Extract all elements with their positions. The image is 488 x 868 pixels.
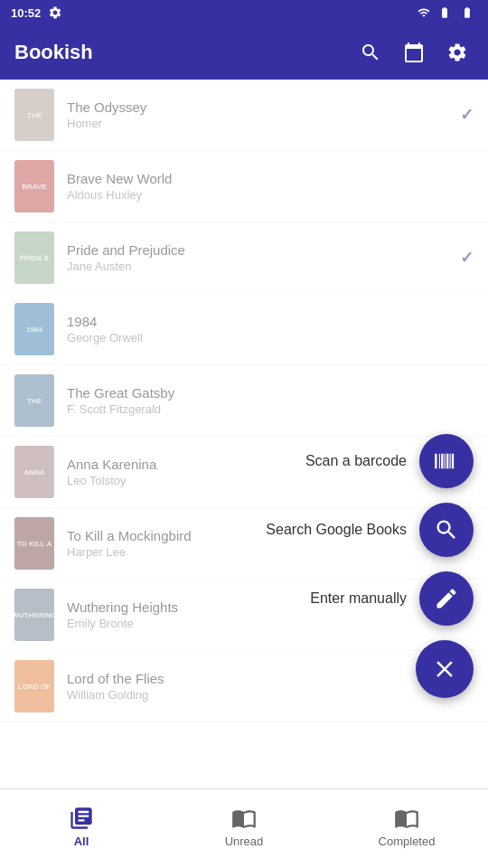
book-cover: WUTHERING — [14, 589, 54, 641]
completed-check-icon: ✓ — [460, 105, 474, 125]
book-title: Brave New World — [67, 171, 474, 186]
nav-all-label: All — [74, 835, 89, 848]
app-bar: Bookish — [0, 25, 488, 80]
manual-fab-row: Enter manually — [310, 571, 474, 626]
signal-icon — [437, 6, 452, 19]
book-info: The Great GatsbyF. Scott Fitzgerald — [67, 385, 474, 416]
scan-barcode-button[interactable] — [419, 434, 474, 488]
book-item[interactable]: THEThe Great GatsbyF. Scott Fitzgerald — [0, 365, 488, 437]
nav-completed-label: Completed — [379, 835, 436, 848]
book-info: 1984George Orwell — [67, 314, 474, 344]
search-google-label: Search Google Books — [266, 522, 407, 538]
book-list-area: THEThe OdysseyHomer✓BRAVEBrave New World… — [0, 80, 488, 788]
book-title: The Odyssey — [67, 99, 460, 115]
book-completed-icon — [394, 806, 419, 831]
book-item[interactable]: THEThe OdysseyHomer✓ — [0, 80, 488, 151]
scan-label: Scan a barcode — [305, 453, 407, 469]
book-author: George Orwell — [67, 331, 474, 344]
book-author: Jane Austen — [67, 259, 460, 273]
book-cover: LORD OF — [14, 660, 54, 712]
book-title: 1984 — [67, 314, 474, 329]
book-title: The Great Gatsby — [67, 385, 474, 401]
enter-manually-button[interactable] — [419, 571, 474, 626]
book-cover: TO KILL A — [14, 517, 54, 570]
books-icon — [69, 806, 94, 831]
battery-icon — [457, 6, 477, 19]
settings-button[interactable] — [441, 36, 474, 69]
fab-container: Scan a barcode Search Google Books Enter… — [266, 434, 474, 698]
book-author: Homer — [67, 117, 460, 130]
book-cover: BRAVE — [14, 160, 54, 212]
settings-status-icon — [48, 5, 62, 20]
status-icons — [416, 6, 477, 19]
book-cover: THE — [14, 374, 54, 427]
nav-item-unread[interactable]: Unread — [163, 806, 325, 852]
search-button[interactable] — [354, 36, 387, 69]
nav-item-completed[interactable]: Completed — [325, 806, 488, 852]
status-time: 10:52 — [11, 6, 41, 20]
close-fab-row — [416, 640, 474, 698]
book-item[interactable]: BRAVEBrave New WorldAldous Huxley — [0, 151, 488, 222]
app-title: Bookish — [14, 41, 343, 64]
calendar-button[interactable] — [398, 36, 430, 69]
book-item[interactable]: 19841984George Orwell — [0, 294, 488, 365]
book-info: Brave New WorldAldous Huxley — [67, 171, 474, 202]
bottom-nav: All Unread Completed — [0, 788, 488, 868]
book-info: Pride and PrejudiceJane Austen — [67, 242, 460, 273]
nav-unread-label: Unread — [225, 835, 264, 848]
book-cover: ANNA — [14, 446, 54, 498]
search-google-books-button[interactable] — [419, 503, 474, 557]
book-author: Aldous Huxley — [67, 188, 474, 202]
search-fab-row: Search Google Books — [266, 503, 474, 557]
nav-item-all[interactable]: All — [0, 806, 163, 852]
book-cover: 1984 — [14, 303, 54, 355]
manual-label: Enter manually — [310, 590, 407, 607]
status-bar: 10:52 — [0, 0, 488, 25]
book-info: The OdysseyHomer — [67, 99, 460, 130]
book-unread-icon — [231, 806, 257, 831]
close-fab-button[interactable] — [416, 640, 474, 698]
book-author: F. Scott Fitzgerald — [67, 402, 474, 416]
book-item[interactable]: PRIDE &Pride and PrejudiceJane Austen✓ — [0, 222, 488, 294]
wifi-icon — [416, 6, 432, 19]
book-title: Pride and Prejudice — [67, 242, 460, 258]
book-cover: PRIDE & — [14, 231, 54, 284]
scan-fab-row: Scan a barcode — [305, 434, 474, 488]
book-cover: THE — [14, 89, 54, 141]
completed-check-icon: ✓ — [460, 248, 474, 268]
